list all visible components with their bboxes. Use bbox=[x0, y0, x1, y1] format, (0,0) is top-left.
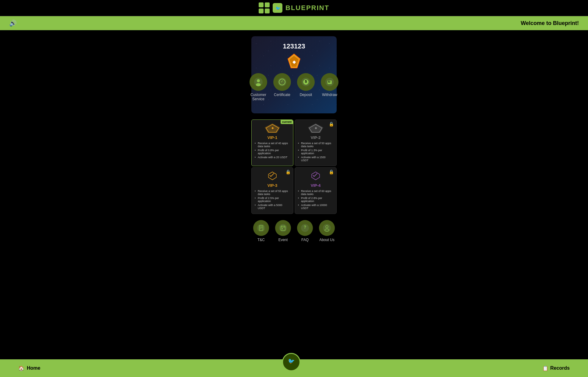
svg-text:$↑: $↑ bbox=[328, 80, 331, 83]
certificate-label: Certificate bbox=[274, 93, 290, 97]
home-label: Home bbox=[27, 365, 40, 371]
about-us-icon bbox=[319, 220, 335, 236]
vip1-feature-1: Receive a set of 40 apps data tasks bbox=[255, 142, 290, 148]
starting-icon: 🐦 bbox=[282, 353, 300, 371]
vip3-badge bbox=[255, 171, 290, 181]
home-icon: 🏠 bbox=[18, 365, 24, 371]
vip2-title: VIP-2 bbox=[298, 135, 333, 140]
svg-line-24 bbox=[268, 172, 272, 174]
about-us-button[interactable]: About Us bbox=[319, 220, 335, 242]
vip2-badge: ◆ bbox=[298, 123, 333, 133]
deposit-label: Deposit bbox=[300, 93, 312, 97]
vip2-feature-1: Receive a set of 50 apps data tasks bbox=[298, 142, 333, 148]
current-badge: current bbox=[281, 120, 293, 124]
deposit-button[interactable]: $ Deposit bbox=[297, 73, 315, 101]
vip3-features: Receive a set of 55 apps data tasks Prof… bbox=[255, 190, 290, 210]
vip4-title: VIP-4 bbox=[298, 183, 333, 188]
event-icon bbox=[275, 220, 291, 236]
vip1-feature-3: Activate with a 20 USDT bbox=[255, 156, 290, 159]
withdraw-label: Withdraw bbox=[322, 93, 337, 97]
user-id: 123123 bbox=[283, 42, 305, 50]
vip3-feature-2: Profit of 2.5% per application bbox=[255, 197, 290, 203]
svg-text:◆: ◆ bbox=[292, 59, 296, 64]
vip3-card[interactable]: 🔒 VIP-3 Receive a set of 55 apps data ta… bbox=[251, 167, 293, 214]
svg-text:$: $ bbox=[305, 80, 307, 83]
welcome-message: Welcome to Blueprint! bbox=[521, 20, 579, 27]
vip4-lock-icon: 🔒 bbox=[329, 169, 334, 174]
svg-text:🐦: 🐦 bbox=[288, 358, 295, 365]
svg-text:◆: ◆ bbox=[271, 126, 274, 130]
records-label: Records bbox=[550, 365, 570, 371]
svg-text:◆: ◆ bbox=[314, 126, 317, 130]
vip2-lock-icon: 🔒 bbox=[329, 122, 334, 126]
vip-cards-grid: current ◆ VIP-1 Receive a set of 40 apps… bbox=[251, 119, 337, 214]
vip4-features: Receive a set of 60 apps data tasks Prof… bbox=[298, 190, 333, 210]
vip2-features: Receive a set of 50 apps data tasks Prof… bbox=[298, 142, 333, 162]
withdraw-icon: $↑ bbox=[321, 73, 338, 91]
records-nav-item[interactable]: 📋 Records bbox=[542, 365, 570, 371]
tnc-icon bbox=[253, 220, 269, 236]
vip3-feature-1: Receive a set of 55 apps data tasks bbox=[255, 190, 290, 196]
bottom-icon-row: T&C Event ? FAQ bbox=[253, 220, 335, 242]
announcement-bar: 🔊 Welcome to Blueprint! bbox=[0, 16, 588, 30]
action-buttons: Customer Service ✓ Certificate bbox=[250, 73, 338, 101]
svg-point-6 bbox=[257, 79, 260, 82]
svg-rect-37 bbox=[282, 228, 283, 229]
vip4-badge bbox=[298, 171, 333, 181]
svg-point-27 bbox=[257, 224, 265, 232]
home-nav-item[interactable]: 🏠 Home bbox=[18, 365, 40, 371]
vip4-card[interactable]: 🔒 VIP-4 Receive a set of 60 apps data ta… bbox=[295, 167, 337, 214]
about-us-label: About Us bbox=[319, 238, 334, 242]
svg-text:✓: ✓ bbox=[281, 79, 284, 84]
faq-icon: ? bbox=[297, 220, 313, 236]
svg-point-7 bbox=[256, 83, 261, 86]
vip1-features: Receive a set of 40 apps data tasks Prof… bbox=[255, 142, 290, 159]
sound-icon[interactable]: 🔊 bbox=[9, 20, 17, 27]
top-nav: 🐦 BLUEPRINT bbox=[0, 0, 588, 16]
customer-service-icon bbox=[250, 73, 267, 91]
vip1-badge: ◆ bbox=[255, 123, 290, 133]
certificate-icon: ✓ bbox=[273, 73, 291, 91]
vip2-card[interactable]: 🔒 ◆ VIP-2 Receive a set of 50 apps data … bbox=[295, 119, 337, 166]
nav-logo: 🐦 BLUEPRINT bbox=[259, 2, 329, 13]
customer-service-button[interactable]: Customer Service bbox=[250, 73, 267, 101]
vip1-title: VIP-1 bbox=[255, 135, 290, 140]
tnc-button[interactable]: T&C bbox=[253, 220, 269, 242]
svg-text:?: ? bbox=[304, 225, 306, 229]
bottom-nav: 🏠 Home 🐦 STARTING 📋 Records bbox=[0, 359, 588, 377]
logo-text: BLUEPRINT bbox=[285, 4, 329, 12]
vip4-feature-2: Profit of 2.8% per application bbox=[298, 197, 333, 203]
svg-marker-23 bbox=[268, 172, 276, 180]
vip2-feature-3: Activate with a 1500 USDT bbox=[298, 156, 333, 162]
vip3-feature-3: Activate with a 5000 USDT bbox=[255, 204, 290, 210]
svg-point-32 bbox=[279, 224, 287, 232]
event-label: Event bbox=[278, 238, 288, 242]
vip2-feature-2: Profit of 1.3% per application bbox=[298, 149, 333, 155]
profile-section: 123123 ◆ Customer Service bbox=[251, 36, 337, 113]
vip3-title: VIP-3 bbox=[255, 183, 290, 188]
svg-marker-26 bbox=[312, 172, 320, 180]
tnc-label: T&C bbox=[257, 238, 265, 242]
logo-bird-icon: 🐦 bbox=[273, 3, 282, 13]
vip3-lock-icon: 🔒 bbox=[285, 169, 291, 174]
event-button[interactable]: Event bbox=[275, 220, 291, 242]
grid-icon bbox=[259, 2, 270, 13]
vip4-feature-3: Activate with a 10000 USDT bbox=[298, 204, 333, 210]
vip4-feature-1: Receive a set of 60 apps data tasks bbox=[298, 190, 333, 196]
main-content: 123123 ◆ Customer Service bbox=[0, 30, 588, 260]
vip1-feature-2: Profit of 0.8% per application bbox=[255, 149, 290, 155]
withdraw-button[interactable]: $↑ Withdraw bbox=[321, 73, 338, 101]
faq-label: FAQ bbox=[301, 238, 309, 242]
customer-service-label: Customer Service bbox=[250, 93, 267, 101]
diamond-icon: ◆ bbox=[286, 53, 302, 69]
vip1-card[interactable]: current ◆ VIP-1 Receive a set of 40 apps… bbox=[251, 119, 293, 166]
records-icon: 📋 bbox=[542, 365, 548, 371]
svg-text:🐦: 🐦 bbox=[275, 6, 281, 11]
deposit-icon: $ bbox=[297, 73, 315, 91]
faq-button[interactable]: ? FAQ bbox=[297, 220, 313, 242]
certificate-button[interactable]: ✓ Certificate bbox=[273, 73, 291, 101]
